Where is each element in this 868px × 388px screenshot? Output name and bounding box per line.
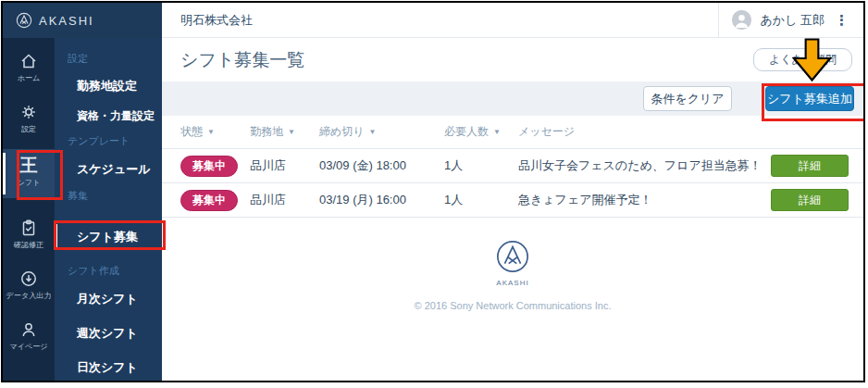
section-label-template: テンプレート bbox=[68, 134, 130, 148]
cell-message: 急きょフェア開催予定！ bbox=[518, 192, 771, 208]
header-message: メッセージ bbox=[518, 124, 771, 140]
footer-logo-text: AKASHI bbox=[162, 279, 863, 287]
sidebar-menu: 設定 勤務地設定 資格・力量設定 テンプレート スケジュール 募集 シフト募集 … bbox=[55, 38, 162, 381]
rail-item-data-io[interactable]: データ入出力 bbox=[3, 266, 55, 307]
sort-icon: ▼ bbox=[493, 128, 501, 136]
rail-item-home[interactable]: ホーム bbox=[3, 48, 55, 89]
section-label-shift-sakusei: シフト作成 bbox=[68, 264, 119, 278]
page-title: シフト募集一覧 bbox=[180, 48, 304, 72]
cell-headcount: 1人 bbox=[444, 157, 518, 174]
faq-button[interactable]: よくある質問 bbox=[753, 48, 852, 71]
detail-button[interactable]: 詳細 bbox=[771, 189, 849, 211]
table-row: 募集中 品川店 03/09 (金) 18:00 1人 品川女子会フェスのため、フ… bbox=[162, 149, 863, 183]
page-footer: AKASHI © 2016 Sony Network Communication… bbox=[162, 239, 863, 311]
section-label-boshu: 募集 bbox=[68, 189, 88, 203]
cell-deadline: 03/19 (月) 16:00 bbox=[319, 192, 444, 208]
user-menu[interactable]: あかし 五郎 ⋮ bbox=[718, 3, 863, 37]
cell-location: 品川店 bbox=[250, 157, 319, 174]
header-headcount[interactable]: 必要人数▼ bbox=[444, 124, 518, 140]
shift-calendar-icon: 王 bbox=[20, 156, 38, 175]
status-badge: 募集中 bbox=[180, 156, 238, 177]
rail-item-confirm[interactable]: 確認修正 bbox=[3, 215, 55, 256]
avatar bbox=[732, 10, 751, 30]
clear-conditions-button[interactable]: 条件をクリア bbox=[643, 86, 732, 111]
rail-label: シフト bbox=[6, 178, 52, 189]
sort-icon: ▼ bbox=[207, 128, 215, 136]
cell-headcount: 1人 bbox=[444, 192, 518, 208]
user-name: あかし 五郎 bbox=[760, 12, 825, 29]
detail-button[interactable]: 詳細 bbox=[771, 155, 849, 177]
sidebar: AKASHI ホーム 設定 王 シフト bbox=[3, 3, 162, 381]
topbar: 明石株式会社 あかし 五郎 ⋮ bbox=[162, 3, 863, 38]
status-badge: 募集中 bbox=[180, 190, 238, 211]
kebab-menu-icon[interactable]: ⋮ bbox=[833, 14, 850, 27]
sidebar-item-nichiji-shift[interactable]: 日次シフト bbox=[55, 355, 162, 381]
gear-icon bbox=[19, 103, 38, 121]
title-row: シフト募集一覧 よくある質問 bbox=[162, 38, 863, 81]
section-label-settings: 設定 bbox=[68, 52, 88, 66]
rail-label: マイページ bbox=[6, 342, 52, 353]
company-name: 明石株式会社 bbox=[162, 12, 253, 29]
brand-logo[interactable]: AKASHI bbox=[3, 3, 162, 38]
clipboard-check-icon bbox=[19, 219, 38, 237]
sidebar-item-kinmuchi-settei[interactable]: 勤務地設定 bbox=[55, 73, 162, 99]
brand-name: AKASHI bbox=[39, 14, 94, 28]
rail-item-settings[interactable]: 設定 bbox=[3, 99, 55, 140]
cell-deadline: 03/09 (金) 18:00 bbox=[319, 157, 444, 174]
icon-rail: ホーム 設定 王 シフト 確認修正 bbox=[3, 38, 55, 381]
table-row: 募集中 品川店 03/19 (月) 16:00 1人 急きょフェア開催予定！ 詳… bbox=[162, 183, 863, 218]
data-import-export-icon bbox=[19, 269, 38, 288]
header-location[interactable]: 勤務地▼ bbox=[250, 124, 319, 140]
header-deadline[interactable]: 締め切り▼ bbox=[319, 124, 444, 140]
sidebar-item-getsuji-shift[interactable]: 月次シフト bbox=[55, 286, 162, 312]
main-content: 明石株式会社 あかし 五郎 ⋮ シフト募集一覧 よくある質問 条件をクリア シフ… bbox=[162, 3, 863, 381]
cell-message: 品川女子会フェスのため、フロア担当急募！ bbox=[518, 157, 771, 174]
header-status[interactable]: 状態▼ bbox=[180, 124, 250, 140]
sidebar-item-shift-boshu[interactable]: シフト募集 bbox=[55, 224, 162, 250]
akashi-logo-icon bbox=[16, 12, 32, 29]
copyright-text: © 2016 Sony Network Communications Inc. bbox=[162, 300, 863, 311]
sidebar-item-shikaku-settei[interactable]: 資格・力量設定 bbox=[55, 103, 162, 129]
table-header-row: 状態▼ 勤務地▼ 締め切り▼ 必要人数▼ メッセージ bbox=[162, 116, 863, 149]
rail-label: ホーム bbox=[6, 73, 52, 84]
app-window: AKASHI ホーム 設定 王 シフト bbox=[1, 1, 865, 382]
filter-toolbar: 条件をクリア シフト募集追加 bbox=[162, 81, 863, 116]
add-shift-boshu-button[interactable]: シフト募集追加 bbox=[765, 86, 854, 111]
rail-label: 設定 bbox=[6, 124, 52, 135]
person-icon bbox=[19, 320, 38, 339]
sort-icon: ▼ bbox=[288, 128, 295, 136]
cell-location: 品川店 bbox=[250, 192, 319, 208]
sidebar-item-schedule[interactable]: スケジュール bbox=[55, 156, 162, 182]
rail-item-mypage[interactable]: マイページ bbox=[3, 317, 55, 357]
rail-label: データ入出力 bbox=[6, 291, 52, 302]
sidebar-item-shuji-shift[interactable]: 週次シフト bbox=[55, 320, 162, 346]
sort-icon: ▼ bbox=[369, 128, 377, 136]
rail-label: 確認修正 bbox=[6, 240, 52, 251]
home-icon bbox=[19, 52, 38, 70]
rail-item-shift[interactable]: 王 シフト bbox=[3, 149, 55, 198]
akashi-footer-logo-icon bbox=[495, 239, 530, 274]
